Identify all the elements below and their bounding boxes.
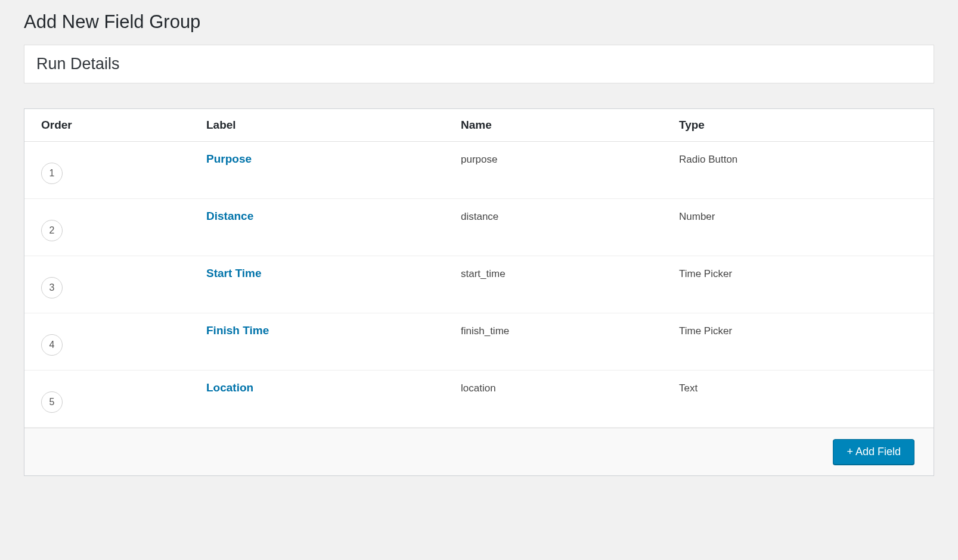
field-type: Number [679,211,715,223]
order-handle[interactable]: 1 [41,163,63,184]
fields-table: Order Label Name Type 1 Purpose [24,109,934,428]
order-handle[interactable]: 4 [41,334,63,356]
field-type: Time Picker [679,325,732,337]
header-label: Label [206,119,461,132]
field-name: purpose [461,154,497,166]
field-label-link[interactable]: Finish Time [206,324,269,337]
table-row[interactable]: 5 Location location Text [24,371,934,428]
group-title-input[interactable] [24,45,934,83]
table-row[interactable]: 3 Start Time start_time Time Picker [24,256,934,313]
field-type: Radio Button [679,154,737,166]
field-name: distance [461,211,498,223]
add-field-button[interactable]: + Add Field [833,439,914,465]
field-name: start_time [461,268,506,280]
field-name: location [461,382,496,394]
field-label-link[interactable]: Start Time [206,267,262,280]
field-type: Time Picker [679,268,732,280]
table-row[interactable]: 1 Purpose purpose Radio Button [24,142,934,199]
field-label-link[interactable]: Distance [206,210,253,223]
group-title-container [24,45,934,83]
table-row[interactable]: 2 Distance distance Number [24,199,934,256]
page-wrap: Add New Field Group Order Label Name Typ… [0,0,958,500]
order-handle[interactable]: 3 [41,277,63,298]
header-type: Type [679,119,934,132]
order-handle[interactable]: 5 [41,391,63,413]
field-name: finish_time [461,325,509,337]
field-label-link[interactable]: Purpose [206,153,252,166]
page-title: Add New Field Group [24,6,934,45]
table-row[interactable]: 4 Finish Time finish_time Time Picker [24,313,934,371]
field-type: Text [679,382,697,394]
order-handle[interactable]: 2 [41,220,63,241]
field-label-link[interactable]: Location [206,381,253,394]
panel-footer: + Add Field [24,428,934,475]
header-order: Order [24,119,206,132]
fields-panel: Order Label Name Type 1 Purpose [24,108,934,476]
table-header: Order Label Name Type [24,109,934,142]
header-name: Name [461,119,679,132]
